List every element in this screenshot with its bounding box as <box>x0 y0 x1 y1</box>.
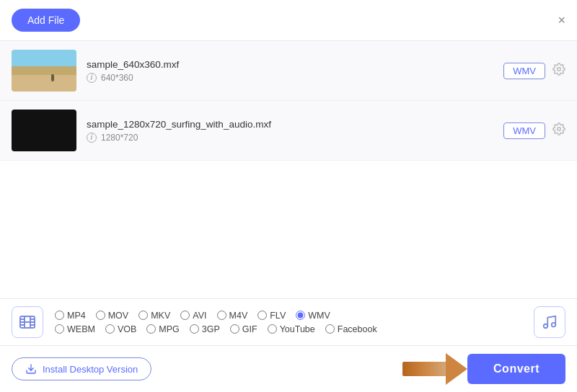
format-row-2: WEBMVOBMPG3GPGIFYouTubeFacebook <box>55 324 528 334</box>
gear-button[interactable] <box>552 122 565 139</box>
file-meta: i 640*360 <box>87 73 503 83</box>
file-info: sample_1280x720_surfing_with_audio.mxf i… <box>87 119 503 143</box>
format-row-1: MP4MOVMKVAVIM4VFLVWMV <box>55 311 528 321</box>
file-name: sample_640x360.mxf <box>87 59 503 70</box>
beach-thumbnail <box>12 50 76 92</box>
file-list: sample_640x360.mxf i 640*360 WMV sample_… <box>0 41 577 170</box>
svg-point-0 <box>558 67 561 71</box>
convert-area: Convert <box>402 353 565 385</box>
format-radio-mp4[interactable]: MP4 <box>55 311 86 321</box>
format-badge[interactable]: WMV <box>503 122 545 139</box>
format-radio-mov[interactable]: MOV <box>96 311 128 321</box>
arrow-head <box>446 353 467 385</box>
file-info: sample_640x360.mxf i 640*360 <box>87 59 503 83</box>
file-meta: i 1280*720 <box>87 133 503 143</box>
audio-format-icon[interactable] <box>534 306 565 338</box>
file-thumbnail <box>12 50 76 92</box>
file-resolution: 640*360 <box>101 73 133 83</box>
svg-point-1 <box>558 127 561 130</box>
arrow-body <box>402 362 446 376</box>
file-name: sample_1280x720_surfing_with_audio.mxf <box>87 119 503 130</box>
format-radio-gif[interactable]: GIF <box>230 324 257 334</box>
file-actions: WMV <box>503 122 565 139</box>
black-thumbnail <box>12 110 76 151</box>
format-radio-avi[interactable]: AVI <box>180 311 206 321</box>
format-radio-youtube[interactable]: YouTube <box>268 324 315 334</box>
format-radio-3gp[interactable]: 3GP <box>190 324 220 334</box>
file-item: sample_640x360.mxf i 640*360 WMV <box>0 41 577 101</box>
install-button[interactable]: Install Desktop Version <box>12 357 151 380</box>
action-bar: Install Desktop Version Convert <box>0 345 577 392</box>
format-radio-flv[interactable]: FLV <box>257 311 286 321</box>
svg-point-11 <box>552 323 556 327</box>
convert-button[interactable]: Convert <box>467 354 565 384</box>
close-button[interactable]: × <box>558 14 565 27</box>
svg-point-10 <box>544 324 548 329</box>
format-options: MP4MOVMKVAVIM4VFLVWMV WEBMVOBMPG3GPGIFYo… <box>55 311 528 334</box>
format-radio-m4v[interactable]: M4V <box>217 311 248 321</box>
install-label: Install Desktop Version <box>43 364 138 375</box>
info-icon: i <box>87 133 97 143</box>
file-resolution: 1280*720 <box>101 133 138 143</box>
format-radio-wmv[interactable]: WMV <box>296 311 330 321</box>
file-thumbnail <box>12 110 76 151</box>
gear-button[interactable] <box>552 63 565 79</box>
format-bar: MP4MOVMKVAVIM4VFLVWMV WEBMVOBMPG3GPGIFYo… <box>0 298 577 345</box>
format-radio-mpg[interactable]: MPG <box>146 324 179 334</box>
format-badge[interactable]: WMV <box>503 63 545 79</box>
format-radio-mkv[interactable]: MKV <box>138 311 170 321</box>
arrow-decoration <box>402 353 467 385</box>
info-icon: i <box>87 73 97 83</box>
format-radio-webm[interactable]: WEBM <box>55 324 95 334</box>
add-file-button[interactable]: Add File <box>12 9 80 32</box>
format-radio-facebook[interactable]: Facebook <box>325 324 377 334</box>
video-format-icon[interactable] <box>12 306 43 338</box>
header: Add File × <box>0 0 577 41</box>
file-actions: WMV <box>503 63 565 79</box>
format-radio-vob[interactable]: VOB <box>105 324 136 334</box>
empty-area <box>0 170 577 299</box>
file-item: sample_1280x720_surfing_with_audio.mxf i… <box>0 101 577 161</box>
